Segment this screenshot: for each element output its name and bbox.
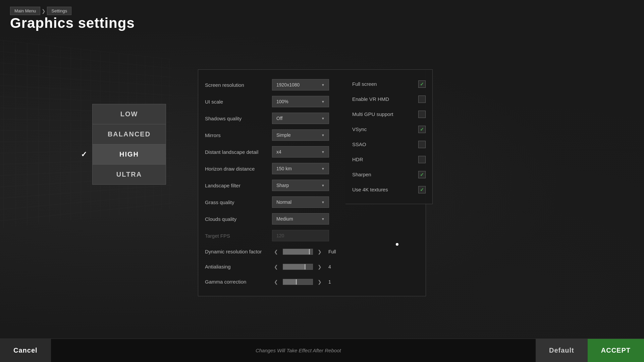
dropdown-mirrors-arrow: ▼: [321, 133, 325, 137]
reboot-notice: Changes Will Take Effect After Reboot: [256, 348, 341, 353]
checkbox-hdr[interactable]: [418, 156, 426, 163]
dropdown-grass-quality[interactable]: Normal ▼: [272, 196, 329, 208]
preset-high[interactable]: ✓ HIGH: [92, 144, 166, 164]
control-antialiasing: ❮ ❯ 4: [272, 263, 419, 270]
control-gamma-correction: ❮ ❯ 1: [272, 279, 419, 285]
setting-target-fps: Target FPS 120: [198, 227, 426, 244]
breadcrumb-separator: ❯: [42, 8, 46, 14]
slider-antialiasing-right[interactable]: ❯: [316, 263, 324, 270]
default-button[interactable]: Default: [536, 339, 588, 362]
label-horizon-draw: Horizon draw distance: [205, 166, 272, 172]
label-antialiasing: Antialiasing: [205, 264, 272, 269]
slider-dynamic-resolution-left[interactable]: ❮: [272, 248, 280, 255]
label-clouds-quality: Clouds quality: [205, 216, 272, 222]
slider-dynamic-resolution-track[interactable]: [283, 249, 313, 255]
label-dynamic-resolution: Dynamic resolution factor: [205, 249, 272, 254]
label-gamma-correction: Gamma correction: [205, 279, 272, 285]
dropdown-clouds-quality[interactable]: Medium ▼: [272, 213, 329, 225]
label-vr-hmd: Enable VR HMD: [352, 96, 389, 102]
preset-panel: LOW BALANCED ✓ HIGH ULTRA: [92, 104, 166, 185]
dropdown-ui-scale-arrow: ▼: [321, 100, 325, 104]
slider-dynamic-resolution-value: Full: [328, 249, 338, 254]
dropdown-screen-resolution[interactable]: 644x362 ▼: [272, 79, 329, 90]
dropdown-landscape-filter[interactable]: Sharp ▼: [272, 180, 329, 191]
setting-antialiasing: Antialiasing ❮ ❯ 4: [198, 259, 426, 274]
checkbox-fullscreen[interactable]: ✓: [418, 80, 426, 88]
breadcrumb-settings[interactable]: Settings: [47, 7, 71, 15]
checkbox-multi-gpu[interactable]: [418, 111, 426, 118]
bottom-right-buttons: Default ACCEPT: [536, 339, 644, 362]
label-sharpen: Sharpen: [352, 172, 371, 177]
label-vsync: VSync: [352, 126, 367, 132]
label-distant-landscape: Distant landscape detail: [205, 149, 272, 155]
slider-gamma-correction-value: 1: [328, 279, 338, 285]
checkbox-sharpen[interactable]: ✓: [418, 171, 426, 178]
slider-antialiasing-value: 4: [328, 264, 338, 269]
dropdown-distant-landscape-value: x4: [276, 149, 281, 155]
accept-button[interactable]: ACCEPT: [588, 339, 644, 362]
dropdown-horizon-draw[interactable]: 150 km ▼: [272, 163, 329, 174]
checkmark-4k-textures: ✓: [420, 187, 424, 192]
page-title: Graphics settings: [10, 15, 135, 31]
preset-balanced[interactable]: BALANCED: [92, 124, 166, 144]
label-4k-textures: Use 4K textures: [352, 187, 388, 192]
slider-antialiasing-left[interactable]: ❮: [272, 263, 280, 270]
slider-gamma-correction-fill: [283, 279, 297, 285]
setting-clouds-quality: Clouds quality Medium ▼: [198, 210, 426, 227]
checkbox-row-4k-textures: Use 4K textures ✓: [345, 182, 432, 197]
dropdown-shadows-quality-value: Off: [276, 116, 282, 121]
slider-gamma-correction-thumb: [296, 279, 297, 285]
checkbox-vr-hmd[interactable]: [418, 96, 426, 103]
cancel-button[interactable]: Cancel: [0, 339, 51, 362]
control-target-fps: 120: [272, 230, 419, 241]
checkbox-row-vsync: VSync ✓: [345, 122, 432, 137]
dropdown-landscape-filter-arrow: ▼: [321, 184, 325, 187]
label-shadows-quality: Shadows quality: [205, 116, 272, 121]
slider-gamma-correction-track[interactable]: [283, 279, 313, 285]
dropdown-shadows-quality[interactable]: Off ▼: [272, 113, 329, 124]
slider-dynamic-resolution-thumb: [309, 249, 310, 254]
label-grass-quality: Grass quality: [205, 199, 272, 205]
slider-antialiasing-fill: [283, 264, 305, 269]
checkboxes-panel: Full screen ✓ Enable VR HMD Multi GPU su…: [345, 69, 433, 204]
preset-high-checkmark: ✓: [81, 150, 88, 159]
slider-antialiasing-track[interactable]: [283, 264, 313, 270]
preset-low[interactable]: LOW: [92, 104, 166, 124]
slider-gamma-correction: ❮ ❯ 1: [272, 279, 338, 285]
checkbox-vsync[interactable]: ✓: [418, 126, 426, 133]
slider-gamma-correction-left[interactable]: ❮: [272, 279, 280, 285]
control-dynamic-resolution: ❮ ❯ Full: [272, 248, 419, 255]
dropdown-mirrors-value: Simple: [276, 132, 291, 138]
dropdown-shadows-quality-arrow: ▼: [321, 117, 325, 120]
checkbox-row-vr-hmd: Enable VR HMD: [345, 92, 432, 107]
dropdown-clouds-quality-value: Medium: [276, 216, 293, 222]
preset-ultra[interactable]: ULTRA: [92, 164, 166, 185]
slider-dynamic-resolution-fill: [283, 249, 310, 254]
dropdown-ui-scale[interactable]: 100% ▼: [272, 96, 329, 107]
slider-gamma-correction-right[interactable]: ❯: [316, 279, 324, 285]
checkbox-row-fullscreen: Full screen ✓: [345, 76, 432, 92]
checkmark-sharpen: ✓: [420, 172, 424, 177]
slider-dynamic-resolution-right[interactable]: ❯: [316, 248, 324, 255]
dropdown-horizon-draw-value: 150 km: [276, 166, 292, 171]
checkmark-vsync: ✓: [420, 127, 424, 132]
label-ssao: SSAO: [352, 141, 366, 147]
dropdown-distant-landscape[interactable]: x4 ▼: [272, 146, 329, 158]
dropdown-ui-scale-value: 100%: [276, 99, 288, 104]
breadcrumb: Main Menu ❯ Settings: [10, 7, 71, 15]
label-multi-gpu: Multi GPU support: [352, 111, 393, 117]
dropdown-screen-resolution-value: 644x362: [276, 82, 300, 87]
dropdown-screen-resolution-arrow: ▼: [321, 83, 325, 87]
checkbox-row-hdr: HDR: [345, 152, 432, 167]
slider-antialiasing-thumb: [305, 264, 306, 269]
checkbox-ssao[interactable]: [418, 141, 426, 148]
checkbox-4k-textures[interactable]: ✓: [418, 186, 426, 193]
checkbox-row-sharpen: Sharpen ✓: [345, 167, 432, 182]
setting-gamma-correction: Gamma correction ❮ ❯ 1: [198, 274, 426, 289]
checkmark-fullscreen: ✓: [420, 81, 424, 87]
checkbox-row-ssao: SSAO: [345, 137, 432, 152]
slider-antialiasing: ❮ ❯ 4: [272, 263, 338, 270]
breadcrumb-main-menu[interactable]: Main Menu: [10, 7, 40, 15]
dropdown-mirrors[interactable]: Simple ▼: [272, 129, 329, 141]
dropdown-clouds-quality-arrow: ▼: [321, 217, 325, 221]
